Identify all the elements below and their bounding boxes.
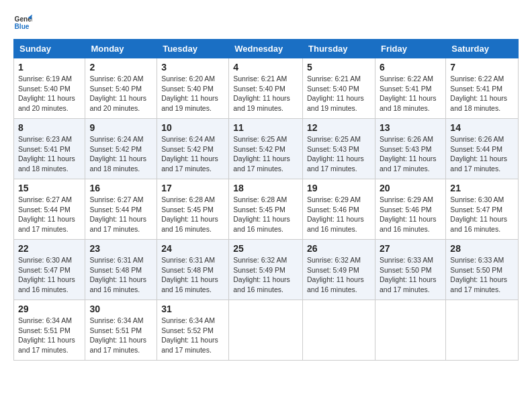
calendar-cell: 1Sunrise: 6:19 AMSunset: 5:40 PMDaylight… <box>14 58 85 119</box>
calendar-cell: 23Sunrise: 6:31 AMSunset: 5:48 PMDayligh… <box>85 240 157 300</box>
day-number: 30 <box>89 304 152 314</box>
day-info: Sunrise: 6:26 AMSunset: 5:44 PMDaylight:… <box>450 134 514 174</box>
day-info: Sunrise: 6:22 AMSunset: 5:41 PMDaylight:… <box>380 74 441 113</box>
day-number: 26 <box>307 243 371 254</box>
weekday-header-row: SundayMondayTuesdayWednesdayThursdayFrid… <box>14 40 519 58</box>
day-number: 1 <box>18 62 81 73</box>
day-info: Sunrise: 6:20 AMSunset: 5:40 PMDaylight:… <box>89 74 152 113</box>
calendar-cell: 24Sunrise: 6:31 AMSunset: 5:48 PMDayligh… <box>157 240 229 300</box>
calendar-cell: 28Sunrise: 6:33 AMSunset: 5:50 PMDayligh… <box>446 240 519 300</box>
calendar-cell: 6Sunrise: 6:22 AMSunset: 5:41 PMDaylight… <box>375 58 445 119</box>
calendar-cell: 29Sunrise: 6:34 AMSunset: 5:51 PMDayligh… <box>14 300 85 361</box>
day-info: Sunrise: 6:26 AMSunset: 5:43 PMDaylight:… <box>380 134 441 174</box>
day-info: Sunrise: 6:34 AMSunset: 5:52 PMDaylight:… <box>161 316 224 355</box>
calendar-cell: 30Sunrise: 6:34 AMSunset: 5:51 PMDayligh… <box>85 300 157 361</box>
day-info: Sunrise: 6:20 AMSunset: 5:40 PMDaylight:… <box>161 74 224 113</box>
day-info: Sunrise: 6:28 AMSunset: 5:45 PMDaylight:… <box>161 195 224 234</box>
day-info: Sunrise: 6:29 AMSunset: 5:46 PMDaylight:… <box>380 195 441 234</box>
logo-icon: General Blue <box>13 13 32 32</box>
day-info: Sunrise: 6:24 AMSunset: 5:42 PMDaylight:… <box>89 134 152 174</box>
day-info: Sunrise: 6:31 AMSunset: 5:48 PMDaylight:… <box>161 255 224 295</box>
calendar-week-row: 1Sunrise: 6:19 AMSunset: 5:40 PMDaylight… <box>14 58 519 119</box>
calendar-cell: 22Sunrise: 6:30 AMSunset: 5:47 PMDayligh… <box>14 240 85 300</box>
day-info: Sunrise: 6:33 AMSunset: 5:50 PMDaylight:… <box>380 255 441 295</box>
day-number: 15 <box>18 183 81 193</box>
day-number: 22 <box>18 243 81 254</box>
calendar-cell: 8Sunrise: 6:23 AMSunset: 5:41 PMDaylight… <box>14 119 85 179</box>
day-info: Sunrise: 6:32 AMSunset: 5:49 PMDaylight:… <box>307 255 371 295</box>
day-info: Sunrise: 6:33 AMSunset: 5:50 PMDaylight:… <box>450 255 514 295</box>
calendar-cell: 10Sunrise: 6:24 AMSunset: 5:42 PMDayligh… <box>157 119 229 179</box>
day-info: Sunrise: 6:24 AMSunset: 5:42 PMDaylight:… <box>161 134 224 174</box>
day-number: 16 <box>89 183 152 193</box>
weekday-header: Tuesday <box>157 40 229 58</box>
day-number: 21 <box>450 183 514 193</box>
calendar-week-row: 8Sunrise: 6:23 AMSunset: 5:41 PMDaylight… <box>14 119 519 179</box>
day-number: 3 <box>161 62 224 73</box>
weekday-header: Monday <box>85 40 157 58</box>
weekday-header: Friday <box>375 40 445 58</box>
calendar-cell: 21Sunrise: 6:30 AMSunset: 5:47 PMDayligh… <box>446 179 519 240</box>
calendar-cell: 9Sunrise: 6:24 AMSunset: 5:42 PMDaylight… <box>85 119 157 179</box>
calendar-cell: 16Sunrise: 6:27 AMSunset: 5:44 PMDayligh… <box>85 179 157 240</box>
calendar-cell: 17Sunrise: 6:28 AMSunset: 5:45 PMDayligh… <box>157 179 229 240</box>
day-info: Sunrise: 6:34 AMSunset: 5:51 PMDaylight:… <box>18 316 81 355</box>
calendar-cell: 27Sunrise: 6:33 AMSunset: 5:50 PMDayligh… <box>375 240 445 300</box>
calendar-cell: 25Sunrise: 6:32 AMSunset: 5:49 PMDayligh… <box>229 240 303 300</box>
calendar-cell <box>229 300 303 361</box>
day-number: 24 <box>161 243 224 254</box>
day-number: 2 <box>89 62 152 73</box>
day-info: Sunrise: 6:21 AMSunset: 5:40 PMDaylight:… <box>307 74 371 113</box>
calendar-cell: 4Sunrise: 6:21 AMSunset: 5:40 PMDaylight… <box>229 58 303 119</box>
day-number: 6 <box>380 62 441 73</box>
day-number: 14 <box>450 122 514 133</box>
day-number: 27 <box>380 243 441 254</box>
day-number: 7 <box>450 62 514 73</box>
calendar-week-row: 22Sunrise: 6:30 AMSunset: 5:47 PMDayligh… <box>14 240 519 300</box>
weekday-header: Saturday <box>446 40 519 58</box>
day-number: 20 <box>380 183 441 193</box>
day-info: Sunrise: 6:29 AMSunset: 5:46 PMDaylight:… <box>307 195 371 234</box>
day-info: Sunrise: 6:27 AMSunset: 5:44 PMDaylight:… <box>89 195 152 234</box>
day-number: 11 <box>233 122 298 133</box>
calendar-cell: 3Sunrise: 6:20 AMSunset: 5:40 PMDaylight… <box>157 58 229 119</box>
day-info: Sunrise: 6:34 AMSunset: 5:51 PMDaylight:… <box>89 316 152 355</box>
day-info: Sunrise: 6:31 AMSunset: 5:48 PMDaylight:… <box>89 255 152 295</box>
day-info: Sunrise: 6:25 AMSunset: 5:43 PMDaylight:… <box>307 134 371 174</box>
calendar-cell: 15Sunrise: 6:27 AMSunset: 5:44 PMDayligh… <box>14 179 85 240</box>
day-info: Sunrise: 6:27 AMSunset: 5:44 PMDaylight:… <box>18 195 81 234</box>
weekday-header: Thursday <box>303 40 375 58</box>
day-info: Sunrise: 6:30 AMSunset: 5:47 PMDaylight:… <box>450 195 514 234</box>
calendar-cell: 20Sunrise: 6:29 AMSunset: 5:46 PMDayligh… <box>375 179 445 240</box>
day-number: 8 <box>18 122 81 133</box>
calendar-cell: 5Sunrise: 6:21 AMSunset: 5:40 PMDaylight… <box>303 58 375 119</box>
logo: General Blue <box>13 13 32 32</box>
calendar-cell: 14Sunrise: 6:26 AMSunset: 5:44 PMDayligh… <box>446 119 519 179</box>
calendar-cell <box>375 300 445 361</box>
day-info: Sunrise: 6:22 AMSunset: 5:41 PMDaylight:… <box>450 74 514 113</box>
day-number: 19 <box>307 183 371 193</box>
weekday-header: Sunday <box>14 40 85 58</box>
calendar-cell: 19Sunrise: 6:29 AMSunset: 5:46 PMDayligh… <box>303 179 375 240</box>
calendar-cell <box>303 300 375 361</box>
calendar-cell: 7Sunrise: 6:22 AMSunset: 5:41 PMDaylight… <box>446 58 519 119</box>
calendar-cell <box>446 300 519 361</box>
calendar-cell: 13Sunrise: 6:26 AMSunset: 5:43 PMDayligh… <box>375 119 445 179</box>
day-number: 9 <box>89 122 152 133</box>
day-info: Sunrise: 6:25 AMSunset: 5:42 PMDaylight:… <box>233 134 298 174</box>
calendar-cell: 2Sunrise: 6:20 AMSunset: 5:40 PMDaylight… <box>85 58 157 119</box>
calendar-week-row: 15Sunrise: 6:27 AMSunset: 5:44 PMDayligh… <box>14 179 519 240</box>
day-info: Sunrise: 6:21 AMSunset: 5:40 PMDaylight:… <box>233 74 298 113</box>
weekday-header: Wednesday <box>229 40 303 58</box>
day-number: 10 <box>161 122 224 133</box>
day-number: 23 <box>89 243 152 254</box>
day-number: 12 <box>307 122 371 133</box>
day-info: Sunrise: 6:23 AMSunset: 5:41 PMDaylight:… <box>18 134 81 174</box>
calendar-table: SundayMondayTuesdayWednesdayThursdayFrid… <box>13 39 519 361</box>
day-info: Sunrise: 6:28 AMSunset: 5:45 PMDaylight:… <box>233 195 298 234</box>
day-number: 17 <box>161 183 224 193</box>
day-number: 31 <box>161 304 224 314</box>
calendar-week-row: 29Sunrise: 6:34 AMSunset: 5:51 PMDayligh… <box>14 300 519 361</box>
calendar-cell: 31Sunrise: 6:34 AMSunset: 5:52 PMDayligh… <box>157 300 229 361</box>
day-number: 28 <box>450 243 514 254</box>
